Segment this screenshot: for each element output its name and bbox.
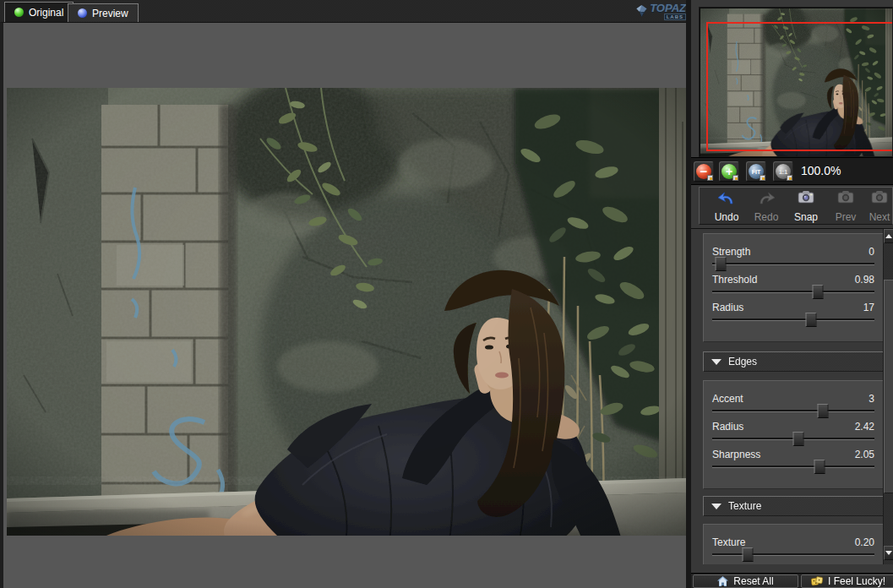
prev-label: Prev bbox=[836, 212, 857, 222]
sharpness-label: Sharpness bbox=[712, 449, 760, 460]
accent-value: 3 bbox=[868, 393, 874, 405]
redo-button[interactable]: Redo bbox=[748, 190, 785, 222]
edges-sliders-group: Accent 3 Radius 2.42 bbox=[703, 380, 884, 489]
zoom-out-button[interactable]: − bbox=[694, 161, 714, 182]
undo-label: Undo bbox=[715, 212, 739, 222]
radius-label: Radius bbox=[712, 302, 743, 313]
scrollbar-down-button[interactable] bbox=[884, 546, 893, 560]
edges-header-label: Edges bbox=[728, 356, 757, 368]
sharpness-value: 2.05 bbox=[855, 449, 874, 460]
tab-original[interactable]: Original bbox=[4, 2, 74, 22]
threshold-value: 0.98 bbox=[855, 274, 874, 286]
snap-button[interactable]: Snap bbox=[787, 190, 825, 222]
texture-sliders-group: Texture 0.20 Boost bbox=[703, 524, 884, 564]
logo-brand-text: TOPAZ bbox=[650, 3, 686, 14]
next-label: Next bbox=[869, 212, 890, 222]
undo-arrow-icon bbox=[717, 190, 736, 205]
i-feel-lucky-button[interactable]: I Feel Lucky! bbox=[801, 574, 893, 588]
edges-radius-track[interactable] bbox=[712, 438, 874, 440]
accent-track[interactable] bbox=[712, 410, 874, 412]
slider-texture: Texture 0.20 bbox=[712, 536, 874, 556]
strength-value: 0 bbox=[868, 246, 874, 258]
slider-edges-radius: Radius 2.42 bbox=[712, 421, 874, 440]
zoom-in-button[interactable]: + bbox=[719, 161, 739, 182]
original-status-orb bbox=[14, 8, 24, 17]
slider-sharpness: Sharpness 2.05 bbox=[712, 449, 874, 468]
topaz-labs-logo: TOPAZ LABS bbox=[635, 0, 686, 22]
clean-sliders-group: Strength 0 Threshold 0.98 bbox=[703, 233, 884, 342]
sharpness-track[interactable] bbox=[712, 466, 874, 468]
prev-camera-icon bbox=[837, 190, 854, 204]
radius-value: 17 bbox=[863, 302, 874, 313]
texture-value: 0.20 bbox=[855, 536, 874, 548]
zoom-fit-corner-badge bbox=[760, 175, 765, 181]
tab-preview-label: Preview bbox=[92, 8, 128, 19]
texture-label: Texture bbox=[712, 536, 745, 548]
edges-radius-value: 2.42 bbox=[855, 421, 874, 433]
scroll-up-icon bbox=[885, 234, 892, 238]
strength-track[interactable] bbox=[712, 263, 874, 265]
zoom-actual-button[interactable]: 1:1 bbox=[773, 161, 793, 182]
next-button[interactable]: Next bbox=[867, 190, 892, 222]
main-canvas bbox=[0, 22, 686, 588]
radius-track[interactable] bbox=[712, 318, 874, 321]
snap-camera-icon bbox=[798, 190, 814, 204]
panel-scrollbar[interactable] bbox=[883, 229, 893, 564]
edges-radius-label: Radius bbox=[712, 421, 743, 433]
tab-preview[interactable]: Preview bbox=[68, 3, 139, 22]
zoom-controls: − + FIT 1:1 100.0% bbox=[691, 157, 893, 185]
threshold-track[interactable] bbox=[712, 291, 874, 293]
control-panel: − + FIT 1:1 100.0% Undo bbox=[691, 0, 893, 588]
navigator-preview bbox=[699, 7, 893, 157]
reset-all-label: Reset All bbox=[733, 575, 773, 587]
section-header-edges[interactable]: Edges bbox=[703, 351, 884, 372]
zoom-in-corner-badge bbox=[732, 175, 738, 181]
strength-handle[interactable] bbox=[715, 257, 726, 271]
strength-label: Strength bbox=[712, 246, 750, 258]
texture-handle[interactable] bbox=[743, 547, 754, 562]
preview-status-orb bbox=[78, 8, 87, 18]
radius-handle[interactable] bbox=[806, 313, 817, 327]
edges-collapse-icon bbox=[711, 359, 721, 365]
sharpness-handle[interactable] bbox=[814, 460, 825, 474]
slider-threshold: Threshold 0.98 bbox=[712, 274, 874, 293]
zoom-level-readout: 100.0% bbox=[801, 164, 841, 177]
tab-original-label: Original bbox=[29, 7, 63, 19]
accent-label: Accent bbox=[712, 393, 743, 405]
redo-arrow-icon bbox=[757, 190, 776, 205]
reset-all-button[interactable]: Reset All bbox=[693, 574, 798, 588]
zoom-out-corner-badge bbox=[707, 175, 713, 181]
photo-original-view[interactable] bbox=[7, 88, 686, 536]
dice-icon bbox=[811, 576, 823, 586]
navigator-view-rect[interactable] bbox=[706, 22, 893, 151]
slider-strength: Strength 0 bbox=[712, 246, 874, 265]
undo-button[interactable]: Undo bbox=[708, 190, 745, 222]
zoom-actual-corner-badge bbox=[787, 175, 792, 181]
topaz-gem-icon bbox=[635, 2, 648, 20]
slider-accent: Accent 3 bbox=[712, 393, 874, 412]
snap-label: Snap bbox=[794, 212, 818, 222]
photo-artwork bbox=[7, 88, 686, 536]
topaz-plugin-window: Original Preview TOPAZ LABS bbox=[0, 0, 893, 588]
texture-collapse-icon bbox=[711, 504, 721, 509]
next-camera-icon bbox=[871, 190, 888, 204]
home-icon bbox=[717, 576, 728, 586]
preview-area: Original Preview TOPAZ LABS bbox=[0, 0, 686, 588]
accent-handle[interactable] bbox=[817, 404, 828, 418]
scrollbar-thumb[interactable] bbox=[884, 280, 893, 493]
threshold-handle[interactable] bbox=[812, 285, 823, 299]
scroll-down-icon bbox=[885, 551, 892, 555]
scrollbar-up-button[interactable] bbox=[884, 229, 893, 243]
threshold-label: Threshold bbox=[712, 274, 757, 286]
slider-radius: Radius 17 bbox=[712, 302, 874, 321]
edges-radius-handle[interactable] bbox=[792, 432, 803, 446]
section-header-texture[interactable]: Texture bbox=[703, 496, 884, 516]
redo-label: Redo bbox=[754, 212, 779, 222]
i-feel-lucky-label: I Feel Lucky! bbox=[828, 575, 885, 587]
texture-track[interactable] bbox=[712, 553, 874, 556]
prev-button[interactable]: Prev bbox=[827, 190, 864, 222]
footer-bar: Reset All I Feel Lucky! bbox=[691, 573, 893, 588]
logo-sub-text: LABS bbox=[664, 14, 686, 20]
zoom-fit-button[interactable]: FIT bbox=[746, 161, 766, 182]
texture-header-label: Texture bbox=[728, 500, 761, 512]
